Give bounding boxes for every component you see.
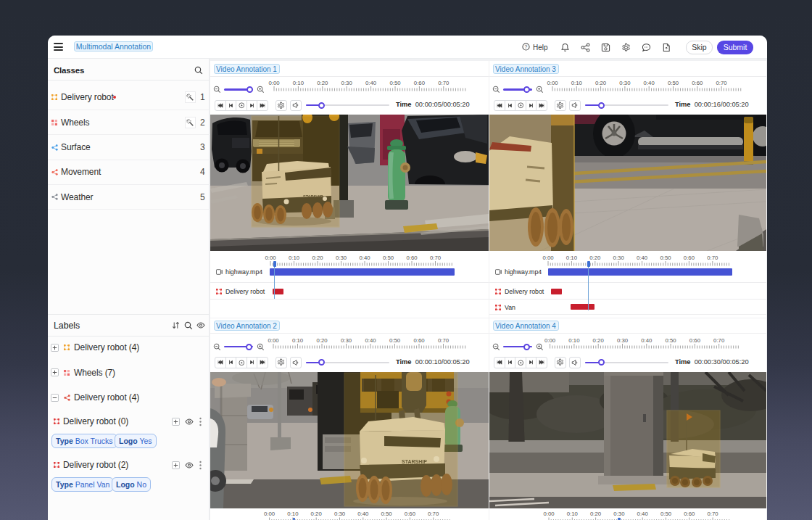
svg-text:0:40: 0:40 (357, 511, 369, 517)
svg-text:0:30: 0:30 (341, 80, 353, 86)
svg-text:0:50: 0:50 (660, 511, 672, 517)
svg-text:0:30: 0:30 (613, 511, 625, 517)
svg-text:0:70: 0:70 (430, 255, 442, 261)
svg-text:0:70: 0:70 (438, 80, 450, 86)
svg-text:0:10: 0:10 (567, 511, 579, 517)
svg-text:0:30: 0:30 (334, 511, 346, 517)
svg-text:0:60: 0:60 (406, 255, 418, 261)
svg-text:0:20: 0:20 (312, 255, 323, 261)
svg-text:0:50: 0:50 (668, 80, 679, 86)
svg-text:0:30: 0:30 (613, 255, 625, 261)
svg-text:0:40: 0:40 (644, 80, 655, 86)
svg-text:0:40: 0:40 (637, 255, 648, 261)
svg-text:0:60: 0:60 (692, 80, 703, 86)
svg-text:0:70: 0:70 (428, 511, 439, 517)
svg-text:0:20: 0:20 (590, 511, 602, 517)
svg-text:0:00: 0:00 (264, 511, 276, 517)
svg-text:0:00: 0:00 (268, 80, 280, 86)
svg-text:0:10: 0:10 (287, 511, 299, 517)
svg-text:0:30: 0:30 (336, 255, 347, 261)
svg-text:0:70: 0:70 (708, 511, 719, 517)
svg-text:0:20: 0:20 (317, 80, 328, 86)
svg-text:0:20: 0:20 (311, 511, 323, 517)
svg-text:0:50: 0:50 (660, 255, 671, 261)
svg-text:0:70: 0:70 (713, 337, 725, 344)
svg-text:0:70: 0:70 (707, 255, 718, 261)
svg-text:0:00: 0:00 (268, 337, 279, 344)
svg-text:?: ? (525, 44, 528, 49)
svg-text:0:50: 0:50 (381, 511, 393, 517)
svg-text:0:60: 0:60 (684, 511, 695, 517)
svg-text:0:70: 0:70 (716, 80, 728, 86)
svg-text:0:10: 0:10 (571, 80, 583, 86)
svg-text:0:10: 0:10 (289, 255, 300, 261)
svg-text:0:20: 0:20 (589, 255, 601, 261)
svg-text:0:40: 0:40 (365, 80, 377, 86)
svg-text:0:70: 0:70 (438, 337, 450, 344)
svg-text:0:60: 0:60 (414, 80, 426, 86)
svg-text:0:10: 0:10 (568, 337, 580, 344)
svg-text:0:50: 0:50 (389, 337, 401, 344)
svg-text:0:60: 0:60 (413, 337, 425, 344)
svg-text:0:30: 0:30 (619, 80, 631, 86)
svg-text:0:00: 0:00 (265, 255, 276, 261)
svg-text:0:40: 0:40 (365, 337, 376, 344)
svg-text:0:40: 0:40 (641, 337, 652, 344)
svg-text:0:00: 0:00 (542, 255, 554, 261)
svg-text:0:60: 0:60 (684, 255, 695, 261)
svg-text:0:30: 0:30 (341, 337, 352, 344)
svg-text:0:50: 0:50 (383, 255, 394, 261)
svg-text:0:20: 0:20 (593, 337, 605, 344)
svg-text:0:50: 0:50 (666, 337, 677, 344)
svg-text:0:00: 0:00 (547, 80, 558, 86)
svg-text:0:30: 0:30 (617, 337, 629, 344)
svg-text:0:40: 0:40 (359, 255, 370, 261)
svg-text:0:20: 0:20 (316, 337, 328, 344)
svg-text:0:10: 0:10 (292, 337, 304, 344)
svg-text:0:00: 0:00 (544, 337, 556, 344)
svg-text:0:60: 0:60 (689, 337, 701, 344)
svg-text:0:20: 0:20 (595, 80, 607, 86)
svg-text:0:40: 0:40 (637, 511, 649, 517)
svg-text:0:60: 0:60 (405, 511, 416, 517)
svg-text:0:00: 0:00 (543, 511, 555, 517)
svg-text:0:10: 0:10 (566, 255, 578, 261)
svg-text:0:10: 0:10 (293, 80, 304, 86)
svg-text:0:50: 0:50 (389, 80, 401, 86)
